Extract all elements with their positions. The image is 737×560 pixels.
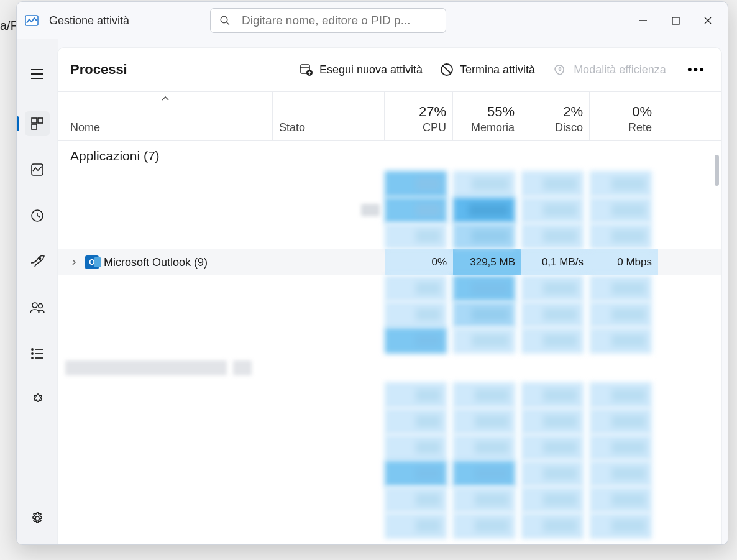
svg-point-18 [32,349,33,350]
header-network[interactable]: 0% Rete [590,92,658,140]
end-task-label: Termina attività [460,63,535,76]
run-new-task-button[interactable]: Esegui nuova attività [300,63,423,76]
nav-performance[interactable] [25,157,50,182]
sidebar [17,39,58,544]
svg-line-31 [443,66,451,73]
efficiency-label: Modalità efficienza [574,63,666,76]
group-applications[interactable]: Applicazioni (7) [58,141,721,171]
header-disk-label: Disco [555,121,583,134]
hamburger-button[interactable] [25,62,50,86]
panel-header: Processi Esegui nuova attività [58,48,721,91]
row-outlook-mem: 329,5 MB [470,256,515,269]
search-icon [219,15,231,26]
header-status[interactable]: Stato [273,92,385,140]
chevron-right-icon[interactable] [70,259,78,266]
run-new-task-label: Esegui nuova attività [319,63,423,76]
table-row[interactable] [58,197,721,223]
task-manager-window: Gestione attività [16,1,728,545]
nav-history[interactable] [25,203,50,228]
search-box[interactable] [210,8,446,33]
table-row[interactable] [58,461,721,487]
process-list: Applicazioni (7) [58,141,721,544]
header-cpu-pct: 27% [419,104,446,120]
svg-rect-10 [32,118,37,123]
nav-services[interactable] [25,387,50,412]
header-name[interactable]: Nome [58,92,273,140]
header-cpu-label: CPU [423,121,446,134]
nav-settings[interactable] [25,506,50,531]
table-row[interactable] [58,408,721,434]
table-row[interactable] [58,223,721,249]
table-row[interactable] [58,328,721,354]
row-outlook-name: Microsoft Outlook (9) [104,256,208,269]
titlebar: Gestione attività [17,2,728,39]
table-row[interactable] [58,487,721,513]
svg-point-16 [32,303,37,308]
efficiency-mode-button[interactable]: Modalità efficienza [552,63,666,76]
header-mem-pct: 55% [487,104,515,120]
panel-title: Processi [70,62,127,78]
svg-line-2 [226,22,229,25]
svg-rect-4 [672,17,679,24]
header-cpu[interactable]: 27% CPU [385,92,453,140]
row-outlook-disk: 0,1 MB/s [542,256,584,269]
table-row[interactable] [58,301,721,328]
outlook-icon: O [85,255,99,269]
header-name-label: Nome [70,121,265,134]
header-net-pct: 0% [632,104,652,120]
header-status-label: Stato [279,121,305,134]
nav-processes[interactable] [25,111,50,136]
scrollbar-thumb[interactable] [715,155,719,186]
row-microsoft-outlook[interactable]: O Microsoft Outlook (9) 0% 329,5 MB 0,1 … [58,249,721,275]
maximize-button[interactable] [659,9,692,32]
end-task-icon [440,63,454,76]
run-task-icon [300,63,313,76]
header-disk-pct: 2% [563,104,583,120]
window-controls [627,9,724,32]
minimize-button[interactable] [627,9,659,32]
header-disk[interactable]: 2% Disco [521,92,590,140]
svg-point-20 [32,353,33,354]
svg-point-17 [39,304,43,308]
efficiency-icon [552,63,567,76]
table-row[interactable] [58,513,721,539]
svg-rect-11 [38,118,43,123]
processes-panel: Processi Esegui nuova attività [58,48,721,544]
nav-startup[interactable] [25,249,50,274]
table-row[interactable] [58,382,721,408]
header-mem-label: Memoria [471,121,515,134]
end-task-button[interactable]: Termina attività [440,63,535,76]
nav-users[interactable] [25,295,50,320]
nav-details[interactable] [25,341,50,366]
more-menu-button[interactable]: ••• [684,62,709,78]
svg-point-22 [32,357,33,359]
row-outlook-cpu: 0% [431,256,447,269]
app-title: Gestione attività [49,14,129,27]
app-icon [23,12,40,29]
row-outlook-net: 0 Mbps [617,256,652,269]
svg-point-1 [221,16,227,23]
column-headers: Nome Stato 27% CPU 55% Memoria 2% [58,91,721,141]
search-input[interactable] [242,14,437,27]
svg-rect-12 [32,124,37,129]
table-row[interactable] [58,171,721,197]
group-background[interactable] [58,354,721,382]
table-row[interactable] [58,434,721,461]
background-fragment: a/F [0,19,18,33]
header-memory[interactable]: 55% Memoria [453,92,521,140]
sort-caret-icon [161,96,170,102]
header-net-label: Rete [628,121,652,134]
table-row[interactable] [58,275,721,301]
svg-point-24 [35,516,39,520]
svg-point-15 [39,258,41,260]
close-button[interactable] [692,9,724,32]
